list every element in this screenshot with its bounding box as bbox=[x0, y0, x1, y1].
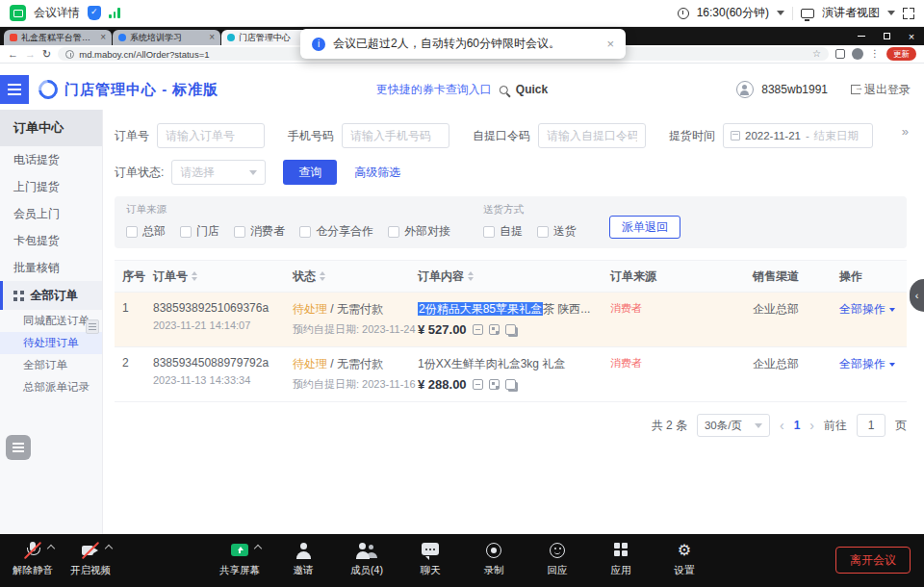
copy-icon[interactable] bbox=[505, 324, 516, 335]
fullscreen-icon[interactable] bbox=[903, 8, 914, 19]
record-button[interactable]: 录制 bbox=[473, 541, 515, 577]
sidebar-item-member-visit[interactable]: 会员上门 bbox=[0, 200, 102, 227]
cell-source: 消费者 bbox=[610, 301, 753, 316]
window-minimize-button[interactable] bbox=[849, 27, 874, 45]
extensions-icon[interactable] bbox=[835, 49, 845, 59]
browser-tab-2[interactable]: 系统培训学习 × bbox=[113, 30, 220, 45]
all-actions-dropdown[interactable]: 全部操作 bbox=[839, 301, 907, 318]
date-range-picker[interactable]: 2022-11-21 - 结束日期 bbox=[723, 123, 873, 148]
checkbox-source-warehouse[interactable]: 仓分享合作 bbox=[299, 223, 373, 240]
meeting-details-link[interactable]: 会议详情 bbox=[34, 5, 80, 21]
all-actions-dropdown[interactable]: 全部操作 bbox=[839, 356, 907, 372]
qr-code-icon[interactable] bbox=[489, 379, 500, 390]
order-no-input[interactable] bbox=[157, 123, 265, 148]
grid-icon bbox=[13, 291, 24, 301]
reactions-button[interactable]: 回应 bbox=[536, 541, 578, 577]
members-button[interactable]: 成员(4) bbox=[346, 541, 388, 577]
sort-icon[interactable] bbox=[192, 271, 197, 281]
bookmark-star-icon[interactable]: ☆ bbox=[812, 49, 821, 59]
delivery-method-group: 送货方式 自提 送货 bbox=[483, 203, 577, 240]
qr-code-icon[interactable] bbox=[489, 324, 500, 335]
col-content[interactable]: 订单内容 bbox=[418, 268, 610, 285]
order-status-select[interactable]: 请选择 bbox=[171, 160, 266, 185]
col-status[interactable]: 状态 bbox=[293, 268, 418, 285]
window-close-button[interactable]: × bbox=[899, 27, 924, 45]
sidebar-item-card-pickup[interactable]: 卡包提货 bbox=[0, 227, 102, 254]
checkbox-source-store[interactable]: 门店 bbox=[180, 223, 219, 240]
goto-page-input[interactable] bbox=[857, 414, 886, 437]
prev-page-icon[interactable]: ‹ bbox=[780, 419, 784, 432]
copy-icon[interactable] bbox=[505, 379, 516, 390]
cell-status: 待处理 / 无需付款 预约自提日期: 2023-11-16 bbox=[293, 356, 418, 392]
sidebar-item-phone-pickup[interactable]: 电话提货 bbox=[0, 146, 102, 173]
chevron-up-icon[interactable] bbox=[105, 545, 113, 552]
col-order-no[interactable]: 订单号 bbox=[153, 268, 293, 285]
apps-button[interactable]: 应用 bbox=[600, 541, 642, 577]
next-page-icon[interactable]: › bbox=[809, 419, 814, 432]
browser-update-button[interactable]: 更新 bbox=[886, 47, 916, 61]
sidebar-item-batch-verify[interactable]: 批量核销 bbox=[0, 254, 102, 281]
sidebar-subitem-hq-dispatch[interactable]: 总部派单记录 bbox=[0, 376, 102, 398]
checkbox-source-hq[interactable]: 总部 bbox=[126, 223, 166, 240]
start-video-button[interactable]: 开启视频 bbox=[69, 541, 112, 577]
timer-dropdown-icon[interactable] bbox=[777, 11, 784, 15]
phone-input[interactable] bbox=[342, 123, 449, 148]
share-screen-button[interactable]: 共享屏幕 bbox=[218, 541, 261, 577]
sidebar-group-all-orders[interactable]: 全部订单 bbox=[0, 281, 102, 310]
forward-icon[interactable]: → bbox=[25, 49, 36, 60]
checkbox-source-consumer[interactable]: 消费者 bbox=[234, 223, 285, 240]
toast-close-icon[interactable]: × bbox=[606, 38, 614, 50]
view-mode-label[interactable]: 演讲者视图 bbox=[822, 5, 880, 21]
settings-button[interactable]: ⚙ 设置 bbox=[663, 541, 706, 577]
sort-icon[interactable] bbox=[468, 271, 474, 281]
chat-button[interactable]: 聊天 bbox=[409, 541, 451, 577]
unmute-button[interactable]: 解除静音 bbox=[12, 541, 54, 577]
print-icon[interactable] bbox=[473, 379, 483, 390]
checkbox-source-external[interactable]: 外部对接 bbox=[388, 223, 450, 240]
invite-button[interactable]: 邀请 bbox=[282, 541, 324, 577]
quick-label[interactable]: Quick bbox=[516, 83, 548, 96]
advanced-filter-link[interactable]: 高级筛选 bbox=[354, 165, 400, 181]
checkbox-delivery-deliver[interactable]: 送货 bbox=[537, 223, 577, 240]
timer-clock-icon bbox=[678, 8, 689, 19]
user-avatar-icon[interactable] bbox=[736, 81, 754, 98]
meeting-timer[interactable]: 16:30(60分钟) bbox=[697, 5, 769, 21]
back-icon[interactable]: ← bbox=[8, 49, 18, 60]
floating-menu-button[interactable] bbox=[6, 435, 31, 460]
chevron-up-icon[interactable] bbox=[254, 545, 262, 552]
leave-meeting-button[interactable]: 离开会议 bbox=[835, 547, 911, 574]
sidebar-item-door-pickup[interactable]: 上门提货 bbox=[0, 173, 102, 200]
reload-icon[interactable]: ↻ bbox=[42, 49, 51, 60]
coupon-query-link[interactable]: 更快捷的券卡查询入口 bbox=[376, 82, 492, 98]
tab-close-icon[interactable]: × bbox=[100, 33, 106, 42]
dispatch-return-button[interactable]: 派单退回 bbox=[609, 216, 680, 239]
search-button[interactable]: 查询 bbox=[283, 160, 337, 185]
sidebar-collapse-icon[interactable] bbox=[86, 319, 99, 334]
tab-close-icon[interactable]: × bbox=[209, 33, 215, 42]
sidebar-subitem-all-orders[interactable]: 全部订单 bbox=[0, 354, 102, 376]
sidebar-subitem-pending-orders[interactable]: 待处理订单 bbox=[0, 332, 102, 354]
view-dropdown-icon[interactable] bbox=[887, 11, 895, 15]
username[interactable]: 8385wb1991 bbox=[761, 83, 828, 96]
site-info-icon[interactable] bbox=[65, 50, 74, 59]
app-logo[interactable]: 门店管理中心 - 标准版 bbox=[38, 80, 218, 99]
sidebar-section-order-center[interactable]: 订单中心 bbox=[0, 110, 102, 146]
panel-collapse-icon[interactable]: » bbox=[902, 125, 909, 138]
print-icon[interactable] bbox=[473, 324, 483, 335]
pickup-code-input[interactable] bbox=[538, 123, 646, 148]
logout-button[interactable]: 退出登录 bbox=[851, 82, 911, 98]
window-maximize-button[interactable] bbox=[874, 27, 899, 45]
chevron-down-icon bbox=[889, 308, 895, 312]
browser-tab-1[interactable]: 礼盒蛋糕平台管理中心 × bbox=[4, 30, 112, 45]
meeting-security-shield-icon[interactable] bbox=[88, 6, 101, 20]
current-page[interactable]: 1 bbox=[794, 419, 801, 432]
hamburger-menu-button[interactable] bbox=[0, 75, 29, 104]
main-content: » 订单号 手机号码 自提口令码 提货时间 2022-11-21 - 结束日期 bbox=[103, 110, 924, 534]
page-size-select[interactable]: 30条/页 bbox=[697, 414, 770, 437]
browser-profile-avatar[interactable] bbox=[852, 48, 863, 60]
cell-order-no: 83859389251069376a 2023-11-21 14:14:07 bbox=[153, 301, 293, 331]
checkbox-delivery-pickup[interactable]: 自提 bbox=[483, 223, 523, 240]
sort-icon[interactable] bbox=[320, 271, 325, 281]
browser-menu-icon[interactable]: ⋮ bbox=[870, 49, 880, 59]
chevron-up-icon[interactable] bbox=[47, 545, 55, 552]
